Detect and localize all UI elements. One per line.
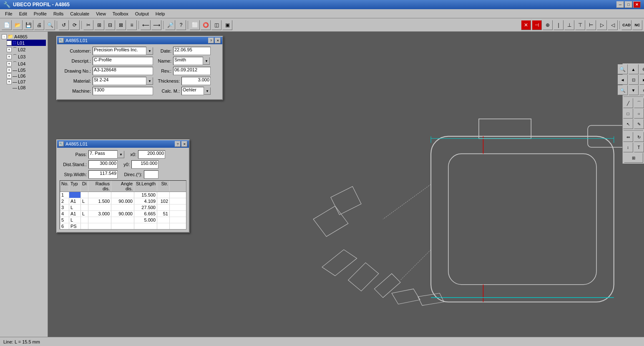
menu-view[interactable]: View (93, 10, 109, 17)
draw-rect-btn[interactable]: □ (623, 109, 633, 119)
toolbar-r3[interactable]: ⊥ (564, 20, 574, 30)
dialog2-help[interactable]: ? (175, 141, 181, 147)
toolbar-measure[interactable]: ⊠ (116, 20, 126, 30)
canvas-area[interactable]: 🔧 A4865.L01 ? ✕ Customer: Precision Prof… (48, 32, 644, 337)
name-dropdown[interactable]: ▼ (203, 57, 210, 65)
toolbar-r5[interactable]: ⊢ (586, 20, 596, 30)
draw-circle-btn[interactable]: ○ (634, 109, 644, 119)
zoom-in2-btn[interactable]: ⊕ (639, 64, 644, 74)
toolbar-save[interactable]: 💾 (23, 20, 33, 30)
machine-input[interactable]: T300 (93, 87, 153, 95)
select-btn[interactable]: ↖ (623, 119, 633, 129)
text-btn[interactable]: T (634, 142, 644, 152)
x0-input[interactable]: 200.000 (138, 150, 165, 159)
direc-input[interactable] (144, 170, 158, 179)
menu-profile[interactable]: Profile (30, 10, 50, 17)
dist-input[interactable]: 300.000 (88, 160, 118, 169)
strip-input[interactable]: 117.549 (88, 170, 118, 179)
move-right-btn[interactable]: ► (639, 75, 644, 85)
toolbar-nc[interactable]: NC (632, 20, 642, 30)
move-left-btn[interactable]: ◄ (618, 75, 628, 85)
date-input[interactable]: 22.06.95 (173, 47, 211, 55)
toolbar-redo[interactable]: ⟶ (151, 20, 161, 30)
tree-expand-L07[interactable]: + (7, 79, 12, 84)
toolbar-cam3[interactable]: ◫ (211, 20, 221, 30)
dialog1-help[interactable]: ? (208, 38, 214, 43)
menu-file[interactable]: File (2, 10, 16, 17)
tree-expand-L05[interactable]: + (7, 68, 12, 73)
menu-help[interactable]: Help (152, 10, 169, 17)
drawing-input[interactable]: A3-128648 (93, 67, 153, 75)
zoom-out2-btn[interactable]: ⊖ (639, 85, 644, 95)
customer-dropdown[interactable]: ▼ (146, 47, 153, 55)
rev-input[interactable]: 06.09.2012 (173, 67, 211, 75)
toolbar-question[interactable]: ? (176, 20, 186, 30)
menu-calculate[interactable]: Calculate (67, 10, 93, 17)
zoom-out-btn[interactable]: 🔍 (618, 85, 628, 95)
thickness-input[interactable]: 3.000 (181, 77, 211, 85)
toolbar-cam2[interactable]: ⭕ (201, 20, 211, 30)
tree-item-L07[interactable]: + — L07 (7, 79, 46, 85)
dialog1-close[interactable]: ✕ (215, 38, 221, 43)
toolbar-stop[interactable]: ✕ (521, 20, 531, 30)
toolbar-r2[interactable]: | (553, 20, 564, 30)
toolbar-r7[interactable]: ◁ (608, 20, 618, 30)
close-button[interactable]: ✕ (633, 1, 641, 8)
tree-item-L08[interactable]: — L08 (7, 85, 46, 91)
tree-expand-L01[interactable]: - (7, 40, 12, 45)
draw-line-btn[interactable]: ╱ (623, 98, 633, 108)
toolbar-table[interactable]: ⊞ (94, 20, 104, 30)
material-input[interactable]: St 2-24 (93, 77, 146, 85)
toolbar-new[interactable]: 📄 (2, 20, 12, 30)
toolbar-r1[interactable]: ⊕ (543, 20, 553, 30)
table-row-2[interactable]: 2 A1 L 1.500 90.000 4.109 102 (60, 198, 186, 205)
rotate-btn[interactable]: ↻ (634, 132, 644, 142)
fit-btn[interactable]: ⊡ (629, 75, 639, 85)
tree-item-L06[interactable]: + — L06 (7, 73, 46, 79)
toolbar-open[interactable]: 📂 (13, 20, 23, 30)
tree-item-L02[interactable]: + ⌒ L02 (7, 46, 46, 53)
material-dropdown[interactable]: ▼ (146, 77, 153, 85)
table-row-1[interactable]: 1 15.500 (60, 192, 186, 198)
pass-dropdown[interactable]: ▼ (118, 151, 124, 158)
tree-expand-L06[interactable]: + (7, 73, 12, 78)
toolbar-history[interactable]: ⟳ (70, 20, 80, 30)
toolbar-cam1[interactable]: ⬜ (190, 20, 200, 30)
toolbar-cad[interactable]: CAD (621, 20, 631, 30)
y0-input[interactable]: 150.000 (131, 160, 158, 169)
calc-dropdown[interactable]: ▼ (204, 87, 211, 95)
menu-rolls[interactable]: Rolls (50, 10, 67, 17)
edit-btn[interactable]: ✎ (634, 119, 644, 129)
mirror-btn[interactable]: ⇔ (623, 132, 633, 142)
toolbar-cut[interactable]: ✂ (83, 20, 93, 30)
toolbar-grid[interactable]: ⊟ (105, 20, 115, 30)
tree-root[interactable]: - 📁 A4865 (2, 33, 46, 40)
menu-toolbox[interactable]: Toolbox (109, 10, 132, 17)
tree-expand-root[interactable]: - (2, 34, 7, 39)
customer-input[interactable]: Precision Profiles Inc. (93, 47, 146, 55)
tree-expand-L03[interactable]: + (7, 54, 12, 59)
menu-output[interactable]: Output (132, 10, 152, 17)
table-row-4[interactable]: 4 A1 L 3.000 90.000 6.665 51 (60, 211, 186, 217)
toolbar-undo2[interactable]: ⟵ (141, 20, 151, 30)
toolbar-undo[interactable]: ↺ (59, 20, 69, 30)
table-row-3[interactable]: 3 L 27.500 (60, 205, 186, 211)
draw-arc-btn[interactable]: ⌒ (634, 98, 644, 108)
toolbar-r4[interactable]: ⊤ (575, 20, 585, 30)
table-row-6[interactable]: 6 PS (60, 223, 186, 229)
descript-input[interactable]: C-Profile (93, 57, 153, 65)
pass-input[interactable]: 7. Pass (88, 150, 118, 159)
dimension-btn[interactable]: ↕ (623, 142, 633, 152)
move-down-btn[interactable]: ▼ (629, 85, 639, 95)
toolbar-preview[interactable]: 🔍 (45, 20, 55, 30)
toolbar-r6[interactable]: ▷ (597, 20, 607, 30)
zoom-in-btn[interactable]: 🔍 (618, 64, 628, 74)
toolbar-list[interactable]: ≡ (127, 20, 137, 30)
table-row-5[interactable]: 5 L 5.000 (60, 217, 186, 223)
tree-item-L03[interactable]: + ⌒ L03 (7, 53, 46, 60)
tree-item-L05[interactable]: + — L05 (7, 67, 46, 73)
tree-expand-L04[interactable]: + (7, 61, 12, 66)
tree-item-L01[interactable]: - ⊡ L01 (7, 40, 46, 46)
toolbar-stop2[interactable]: ⊣ (532, 20, 542, 30)
tree-item-L04[interactable]: + ⌒ L04 (7, 60, 46, 67)
